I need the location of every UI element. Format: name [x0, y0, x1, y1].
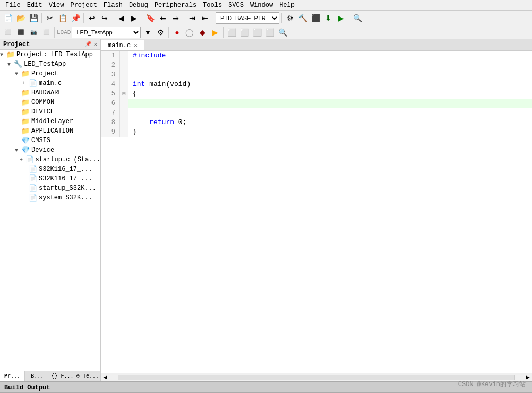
tree-item-device[interactable]: 📁 DEVICE [0, 107, 100, 117]
paste-btn[interactable]: 📌 [70, 12, 81, 24]
tree-item-startup[interactable]: + 📄 startup.c (Sta... [0, 155, 100, 164]
menu-tools[interactable]: Tools [200, 1, 225, 10]
copy-btn[interactable]: 📋 [57, 12, 68, 24]
menu-window[interactable]: Window [247, 1, 276, 10]
tree-item-cmsis[interactable]: 💎 CMSIS [0, 136, 100, 145]
tree-item-project-folder[interactable]: ▼ 📁 Project [0, 69, 100, 78]
tree-icon-s32k116-2: 📄 [29, 174, 37, 183]
tree-item-common[interactable]: 📁 COMMON [0, 98, 100, 107]
line-content-7[interactable] [128, 108, 133, 118]
watermark: CSDN @Kevin的学习站 [458, 380, 526, 389]
menu-peripherals[interactable]: Peripherals [151, 1, 200, 10]
tb2-btn6[interactable]: ◯ [184, 27, 195, 38]
menu-edit[interactable]: Edit [24, 1, 46, 10]
run-btn[interactable]: ▶ [335, 12, 347, 24]
line-fold-5[interactable]: ⊟ [120, 89, 128, 99]
tree-arrow-led-testapp[interactable]: ▼ [7, 62, 14, 67]
menu-debug[interactable]: Debug [126, 1, 151, 10]
tree-item-s32k116-1[interactable]: 📄 S32K116_17_... [0, 164, 100, 174]
tab-close-icon[interactable]: ✕ [134, 42, 138, 49]
left-panel-tabs: Pr... B... {} F... ⊕ Te... [0, 371, 100, 381]
tree-item-hardware[interactable]: 📁 HARDWARE [0, 88, 100, 98]
left-tab-project[interactable]: Pr... [0, 371, 25, 381]
code-editor[interactable]: 1 #include 2 3 4 int main(void) 5 ⊟ { 6 … [101, 51, 532, 373]
tree-arrow-device2[interactable]: ▼ [15, 147, 21, 153]
tree-item-main-c[interactable]: + 📄 main.c [0, 78, 100, 88]
tb2-settings2[interactable]: ⚙ [155, 27, 166, 38]
tb2-btn1[interactable]: ⬜ [2, 27, 14, 38]
left-tab-funcs[interactable]: {} F... [50, 371, 75, 381]
tb2-dropdown-btn[interactable]: ▼ [142, 27, 153, 38]
line-content-1[interactable]: #include [128, 51, 170, 60]
tree-item-middlelayer[interactable]: 📁 MiddleLayer [0, 117, 100, 126]
undo-btn[interactable]: ↩ [86, 12, 98, 24]
prev-bookmark-btn[interactable]: ⬅ [157, 12, 169, 24]
tb2-btn4[interactable]: ⬜ [40, 27, 52, 38]
tree-item-system-s32k[interactable]: 📄 system_S32K... [0, 193, 100, 203]
sep8 [349, 13, 349, 23]
indent-btn[interactable]: ⇥ [186, 12, 198, 24]
line-content-8[interactable]: return 0; [128, 118, 186, 127]
tb2-dbg2[interactable]: ⬜ [238, 27, 250, 38]
tb2-btn2[interactable]: ⬛ [15, 27, 27, 38]
new-file-btn[interactable]: 📄 [2, 12, 14, 24]
tb2-dbg3[interactable]: ⬜ [251, 27, 263, 38]
tb2-btn5[interactable]: ● [171, 27, 183, 38]
hscroll-track[interactable] [118, 375, 515, 380]
tree-icon-device: 📁 [21, 108, 30, 116]
tb2-btn3[interactable]: 📷 [28, 27, 39, 38]
tree-arrow-project-root[interactable]: ▼ [0, 52, 6, 58]
tree-item-application[interactable]: 📁 APPLICATION [0, 126, 100, 136]
tree-item-project-root[interactable]: ▼ 📁 Project: LED_TestApp [0, 50, 100, 59]
line-content-4[interactable]: int main(void) [128, 80, 191, 89]
build-btn[interactable]: 🔨 [297, 12, 308, 24]
download-btn[interactable]: ⬇ [322, 12, 334, 24]
target-dropdown[interactable]: PTD_BASE_PTR [216, 12, 279, 24]
menu-view[interactable]: View [46, 1, 67, 10]
tb2-dbg5[interactable]: 🔍 [277, 27, 288, 38]
line-content-9[interactable]: } [128, 127, 137, 137]
build-output-container: Build Output main.c(9): warning: #1-D: l… [0, 381, 532, 393]
panel-pin-icon[interactable]: 📌 [85, 41, 91, 48]
line-content-2[interactable] [128, 60, 133, 70]
tree-item-device2[interactable]: ▼ 💎 Device [0, 145, 100, 155]
next-bookmark-btn[interactable]: ➡ [170, 12, 182, 24]
project-dropdown[interactable]: LED_TestApp [72, 27, 141, 38]
menu-project[interactable]: Project [67, 1, 100, 10]
menu-flash[interactable]: Flash [100, 1, 126, 10]
bookmark-btn[interactable]: 🔖 [144, 12, 156, 24]
left-tab-books[interactable]: B... [25, 371, 50, 381]
line-content-5[interactable]: { [128, 89, 137, 99]
stop-btn[interactable]: ⬛ [310, 12, 321, 24]
open-btn[interactable]: 📂 [15, 12, 27, 24]
tree-icon-hardware: 📁 [21, 89, 30, 97]
tb2-dbg4[interactable]: ⬜ [264, 27, 276, 38]
config-btn[interactable]: ⚙ [284, 12, 296, 24]
tree-arrow-startup[interactable]: + [20, 157, 25, 163]
redo-btn[interactable]: ↪ [99, 12, 110, 24]
tree-arrow-main-c[interactable]: + [22, 81, 29, 86]
line-content-6[interactable] [128, 99, 133, 108]
tree-arrow-project-folder[interactable]: ▼ [15, 71, 21, 77]
tree-icon-common: 📁 [21, 98, 30, 107]
menu-svcs[interactable]: SVCS [225, 1, 247, 10]
cut-btn[interactable]: ✂ [44, 12, 56, 24]
tb2-btn8[interactable]: ▶ [209, 27, 221, 38]
left-tab-templates[interactable]: ⊕ Te... [75, 371, 100, 381]
nav-forward-btn[interactable]: ▶ [128, 12, 140, 24]
panel-close-btn[interactable]: ✕ [93, 41, 97, 48]
tb2-btn7[interactable]: ◆ [196, 27, 208, 38]
tree-item-led-testapp[interactable]: ▼ 🔧 LED_TestApp [0, 59, 100, 69]
line-content-3[interactable] [128, 70, 133, 80]
menu-help[interactable]: Help [276, 1, 298, 10]
outdent-btn[interactable]: ⇤ [199, 12, 211, 24]
menu-file[interactable]: File [2, 1, 24, 10]
tree-item-s32k116-2[interactable]: 📄 S32K116_17_... [0, 174, 100, 184]
tab-main-c[interactable]: main.c ✕ [101, 40, 144, 50]
save-btn[interactable]: 💾 [28, 12, 39, 24]
tree-item-startup-s32k[interactable]: 📄 startup_S32K... [0, 184, 100, 193]
nav-back-btn[interactable]: ◀ [115, 12, 127, 24]
hscroll-left-btn[interactable]: ◀ [101, 373, 109, 381]
settings-btn[interactable]: 🔍 [351, 12, 363, 24]
tb2-dbg1[interactable]: ⬜ [226, 27, 237, 38]
